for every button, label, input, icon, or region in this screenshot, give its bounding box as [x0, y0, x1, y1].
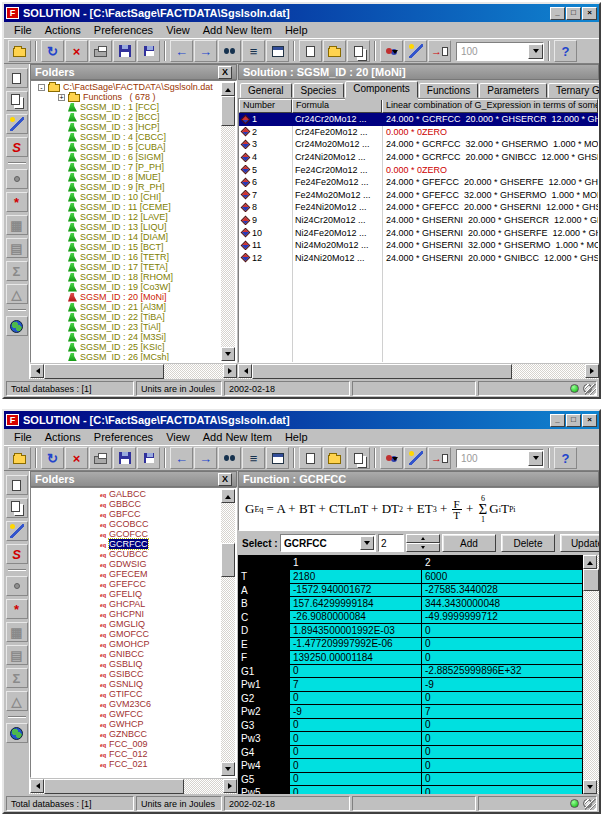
coefficient-value-1[interactable]: 157.64299999184: [290, 597, 422, 611]
tree-item[interactable]: SGSM_ID : 7 [P_PH]: [32, 162, 221, 172]
menu-item[interactable]: Help: [279, 430, 315, 444]
coefficient-value-1[interactable]: 0: [290, 665, 422, 679]
tree-item[interactable]: GBBCC: [32, 499, 221, 509]
close-button[interactable]: ×: [582, 7, 597, 20]
coefficient-value-1[interactable]: 1.8943500001992E-03: [290, 624, 422, 638]
tree-item[interactable]: SGSM_ID : 3 [HCP]: [32, 122, 221, 132]
resize-grip[interactable]: [585, 384, 596, 395]
tree-item[interactable]: FCC_021: [32, 759, 221, 769]
coefficient-row[interactable]: G4 0 0: [238, 746, 583, 760]
calendar-button[interactable]: [266, 447, 289, 469]
scroll-thumb[interactable]: [221, 96, 235, 126]
coefficient-value-1[interactable]: 2180: [290, 570, 422, 584]
save-button[interactable]: [113, 447, 136, 469]
tree-item[interactable]: GCUBCC: [32, 549, 221, 559]
table-row[interactable]: 4 Cr24Ni20Mo12 ... 24.000 * GCRFCC 20.00…: [239, 151, 598, 164]
coefficient-row[interactable]: D 1.8943500001992E-03 0: [238, 624, 583, 638]
coefficient-value-2[interactable]: -27585.3440028: [422, 584, 583, 598]
tree-item[interactable]: SGSM_ID : 2 [BCC]: [32, 112, 221, 122]
tree-item[interactable]: SGSM_ID : 9 [R_PH]: [32, 182, 221, 192]
coefficient-row[interactable]: T 2180 6000: [238, 570, 583, 584]
tree-item[interactable]: GSNLIQ: [32, 679, 221, 689]
coefficient-value-1[interactable]: 0: [290, 692, 422, 706]
column-header-formula[interactable]: Formula: [292, 99, 382, 113]
tree-item[interactable]: SGSM_ID : 22 [TiBA]: [32, 312, 221, 322]
coefficient-value-2[interactable]: 0: [422, 773, 583, 787]
tree-item[interactable]: GDWSIG: [32, 559, 221, 569]
tree-item[interactable]: SGSM_ID : 17 [TETA]: [32, 262, 221, 272]
scroll-thumb[interactable]: [583, 569, 599, 591]
help-button[interactable]: ?: [554, 447, 577, 469]
tree-item[interactable]: GCOBCC: [32, 519, 221, 529]
list-view-button[interactable]: ≡: [242, 40, 265, 62]
tree-item[interactable]: SGSM_ID : 19 [Co3W]: [32, 282, 221, 292]
save-all-button[interactable]: [137, 40, 160, 62]
grid-tool[interactable]: ▤: [6, 238, 28, 258]
warning-tool[interactable]: △: [6, 284, 28, 304]
scroll-down-button[interactable]: [221, 762, 235, 776]
coefficient-row[interactable]: Pw4 0 0: [238, 759, 583, 773]
scroll-down-button[interactable]: [221, 347, 235, 361]
sum-tool[interactable]: Σ: [6, 668, 28, 688]
tab[interactable]: Components: [345, 81, 418, 98]
menu-item[interactable]: Preferences: [88, 430, 160, 444]
tree-item[interactable]: - C:\FactSage\FACTDATA\Sgslsoln.dat: [32, 82, 221, 92]
coefficient-row[interactable]: Pw5 0 0: [238, 786, 583, 794]
help-button[interactable]: ?: [554, 40, 577, 62]
coefficient-value-1[interactable]: 0: [290, 773, 422, 787]
coefficient-value-2[interactable]: 0: [422, 692, 583, 706]
web-tool[interactable]: [6, 316, 28, 336]
tree-item[interactable]: FCC_012: [32, 749, 221, 759]
title-bar[interactable]: F SOLUTION - [C:\FactSage\FACTDATA\Sgsls…: [4, 411, 599, 429]
forward-button[interactable]: →: [194, 40, 217, 62]
column-header-range-2[interactable]: 2: [422, 555, 583, 570]
table-row[interactable]: 11 Ni24Mo20Mo12 ... 24.000 * GHSERNI 32.…: [239, 239, 598, 252]
tree-item[interactable]: + Functions ( 678 ): [32, 92, 221, 102]
minimize-button[interactable]: _: [550, 7, 565, 20]
scroll-up-button[interactable]: [583, 555, 597, 569]
sum-tool[interactable]: Σ: [6, 261, 28, 281]
table-row[interactable]: 1 Cr24Cr20Mo12 ... 24.000 * GCRFCC 20.00…: [239, 113, 598, 126]
tree-item[interactable]: SGSM_ID : 5 [CUBA]: [32, 142, 221, 152]
tree-item[interactable]: SGSM_ID : 12 [LAVE]: [32, 212, 221, 222]
tree-item[interactable]: SGSM_ID : 24 [M3Si]: [32, 332, 221, 342]
coefficient-value-1[interactable]: 0: [290, 746, 422, 760]
update-button[interactable]: Update: [560, 534, 599, 552]
menu-item[interactable]: Add New Item: [197, 23, 279, 37]
scroll-down-button[interactable]: [583, 780, 597, 794]
properties-button[interactable]: [347, 40, 370, 62]
open-folder-document-button[interactable]: [323, 447, 346, 469]
coefficient-value-2[interactable]: 0: [422, 759, 583, 773]
restore-button[interactable]: □: [566, 7, 581, 20]
coefficient-row[interactable]: Pw1 7 -9: [238, 678, 583, 692]
table-row[interactable]: 8 Fe24Ni20Mo12 ... 24.000 * GFEFCC 20.00…: [239, 201, 598, 214]
coefficient-value-2[interactable]: 0: [422, 651, 583, 665]
list-view-button[interactable]: ≡: [242, 447, 265, 469]
signature-tool[interactable]: S: [6, 137, 28, 157]
tree-item[interactable]: SGSM_ID : 11 [CEME]: [32, 202, 221, 212]
wand-button[interactable]: [404, 447, 427, 469]
tree-item[interactable]: GZNBCC: [32, 729, 221, 739]
web-tool[interactable]: [6, 723, 28, 743]
scroll-left-button[interactable]: [30, 364, 44, 378]
new-item-tool[interactable]: [6, 68, 28, 88]
tree-item[interactable]: GHCPNI: [32, 609, 221, 619]
tree-item[interactable]: GFECEM: [32, 569, 221, 579]
coefficient-value-2[interactable]: 0: [422, 638, 583, 652]
table-row[interactable]: 2 Cr24Fe20Mo12 ... 0.000 * 0ZERO: [239, 126, 598, 139]
coefficient-value-1[interactable]: -1572.940001672: [290, 584, 422, 598]
coefficient-row[interactable]: Pw2 -9 7: [238, 705, 583, 719]
coefficient-value-2[interactable]: 0: [422, 746, 583, 760]
tree-item[interactable]: GHCPAL: [32, 599, 221, 609]
zoom-dropdown-button[interactable]: [528, 451, 543, 466]
coefficient-value-2[interactable]: -9: [422, 678, 583, 692]
tree-item[interactable]: GCOFCC: [32, 529, 221, 539]
tree-item[interactable]: GALBCC: [32, 489, 221, 499]
menu-item[interactable]: Preferences: [88, 23, 160, 37]
tree-item[interactable]: GWHCP: [32, 719, 221, 729]
coefficient-row[interactable]: B 157.64299999184 344.3430000048: [238, 597, 583, 611]
copy-tool[interactable]: [6, 498, 28, 518]
zoom-combobox[interactable]: 100: [456, 449, 544, 468]
menu-item[interactable]: Help: [279, 23, 315, 37]
new-document-button[interactable]: [299, 447, 322, 469]
